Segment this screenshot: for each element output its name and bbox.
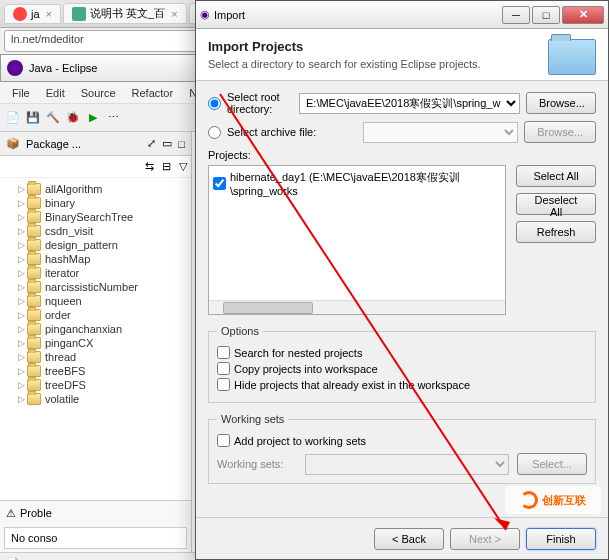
tree-item[interactable]: ▷pinganCX [0,336,191,350]
tree-item-label: pinganchanxian [45,323,122,335]
options-group: Options Search for nested projects Copy … [208,325,596,403]
problems-icon: ⚠ [6,507,16,520]
tree-item[interactable]: ▷binary [0,196,191,210]
chevron-right-icon: ▷ [18,310,25,320]
tree-item[interactable]: ▷pinganchanxian [0,322,191,336]
tree-item[interactable]: ▷treeBFS [0,364,191,378]
menu-icon[interactable]: ▽ [179,160,187,173]
filter-icon[interactable]: ⊟ [162,160,171,173]
collapse-icon[interactable]: ⇆ [145,160,154,173]
dialog-header: Import Projects Select a directory to se… [196,29,608,81]
new-icon[interactable]: 📄 [4,109,22,127]
copy-label: Copy projects into workspace [234,363,378,375]
hide-checkbox[interactable] [217,378,230,391]
folder-icon [27,379,41,391]
dialog-icon: ◉ [200,8,210,21]
selection-buttons: Select All Deselect All Refresh [516,165,596,315]
menu-file[interactable]: File [4,85,38,101]
menu-edit[interactable]: Edit [38,85,73,101]
watermark-icon [520,491,538,509]
options-legend: Options [217,325,263,337]
problems-tab[interactable]: ⚠ Proble [0,501,191,525]
tree-item[interactable]: ▷nqueen [0,294,191,308]
project-checkbox[interactable] [213,177,226,190]
refresh-button[interactable]: Refresh [516,221,596,243]
folder-icon [27,323,41,335]
problems-label: Proble [20,507,52,519]
chevron-right-icon: ▷ [18,184,25,194]
tab-icon [72,7,86,21]
folder-icon [27,267,41,279]
browse-root-button[interactable]: Browse... [526,92,596,114]
scroll-thumb[interactable] [223,302,313,314]
working-sets-label: Working sets: [217,458,297,470]
menu-source[interactable]: Source [73,85,124,101]
folder-icon [27,183,41,195]
browser-tab[interactable]: ja × [4,4,61,24]
chevron-right-icon: ▷ [18,226,25,236]
close-button[interactable]: ✕ [562,6,604,24]
maximize-button[interactable]: □ [532,6,560,24]
no-console-message: No conso [4,527,187,549]
project-list[interactable]: hibernate_day1 (E:\MEC\javaEE\2018寒假实训\s… [208,165,506,315]
project-tree[interactable]: ▷allAlgorithm▷binary▷BinarySearchTree▷cs… [0,178,191,500]
build-icon[interactable]: 🔨 [44,109,62,127]
close-icon[interactable]: × [171,8,177,20]
root-dir-radio[interactable] [208,97,221,110]
tree-item[interactable]: ▷design_pattern [0,238,191,252]
tree-item[interactable]: ▷hashMap [0,252,191,266]
nested-checkbox[interactable] [217,346,230,359]
tree-item[interactable]: ▷order [0,308,191,322]
archive-radio[interactable] [208,126,221,139]
dialog-title: Import [210,9,500,21]
select-all-button[interactable]: Select All [516,165,596,187]
tree-item[interactable]: ▷allAlgorithm [0,182,191,196]
folder-icon [27,253,41,265]
menu-refactor[interactable]: Refactor [124,85,182,101]
import-folder-icon [548,39,596,75]
folder-icon [27,337,41,349]
add-working-checkbox[interactable] [217,434,230,447]
dialog-subtitle: Select a directory to search for existin… [208,58,481,70]
browser-tab[interactable]: 说明书 英文_百 × [63,3,187,24]
archive-input [363,122,518,143]
chevron-right-icon: ▷ [18,352,25,362]
projects-label: Projects: [208,149,596,161]
root-dir-input[interactable]: E:\MEC\javaEE\2018寒假实训\spring_w [299,93,520,114]
back-button[interactable]: < Back [374,528,444,550]
archive-label: Select archive file: [227,126,357,138]
dialog-titlebar[interactable]: ◉ Import ─ □ ✕ [196,1,608,29]
tree-item[interactable]: ▷treeDFS [0,378,191,392]
h-scrollbar[interactable] [209,300,505,314]
add-working-label: Add project to working sets [234,435,366,447]
run-icon[interactable]: ▶ [84,109,102,127]
minimize-icon[interactable]: ▭ [162,137,172,150]
project-item[interactable]: hibernate_day1 (E:\MEC\javaEE\2018寒假实训\s… [211,168,503,199]
debug-icon[interactable]: 🐞 [64,109,82,127]
deselect-all-button[interactable]: Deselect All [516,193,596,215]
tree-item[interactable]: ▷csdn_visit [0,224,191,238]
link-icon[interactable]: ⤢ [147,137,156,150]
more-icon[interactable]: ⋯ [104,109,122,127]
folder-icon [27,309,41,321]
tree-item[interactable]: ▷BinarySearchTree [0,210,191,224]
tree-item-label: iterator [45,267,79,279]
tree-item[interactable]: ▷iterator [0,266,191,280]
tree-item-label: binary [45,197,75,209]
tree-item-label: thread [45,351,76,363]
archive-row: Select archive file: Browse... [208,121,596,143]
tree-item[interactable]: ▷thread [0,350,191,364]
tab-label: ja [31,8,40,20]
close-icon[interactable]: × [46,8,52,20]
tree-item[interactable]: ▷narcissisticNumber [0,280,191,294]
copy-checkbox[interactable] [217,362,230,375]
chevron-right-icon: ▷ [18,212,25,222]
save-icon[interactable]: 💾 [24,109,42,127]
panel-tools: ⇆ ⊟ ▽ [0,156,191,178]
maximize-icon[interactable]: □ [178,138,185,150]
minimize-button[interactable]: ─ [502,6,530,24]
chevron-right-icon: ▷ [18,282,25,292]
tree-item-label: order [45,309,71,321]
finish-button[interactable]: Finish [526,528,596,550]
tree-item[interactable]: ▷volatile [0,392,191,406]
